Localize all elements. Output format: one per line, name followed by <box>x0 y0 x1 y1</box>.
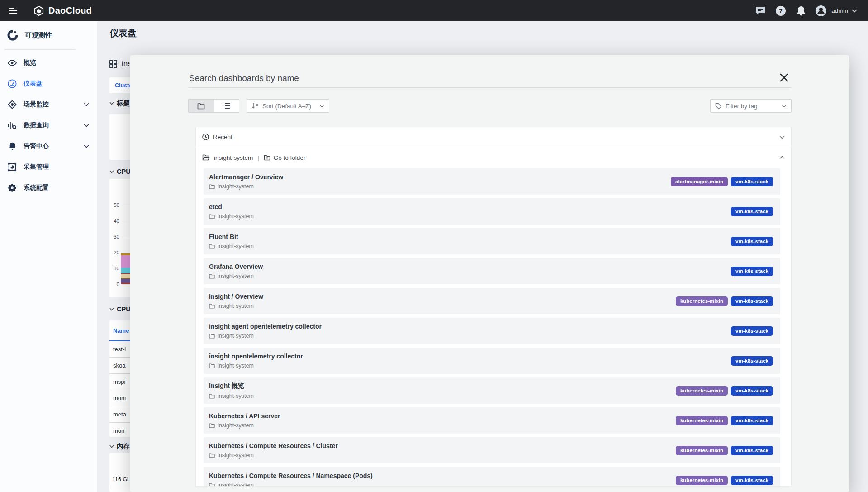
tag-kubernetes-mixin[interactable]: kubernetes-mixin <box>676 296 728 306</box>
help-glyph: ? <box>779 7 783 14</box>
y-axis-tick: 10 <box>109 266 119 271</box>
list-view-button[interactable] <box>214 100 239 112</box>
y-axis-tick: 20 <box>109 250 119 255</box>
chevron-down-icon <box>109 102 114 105</box>
chevron-down-icon <box>109 170 114 173</box>
sidebar-item-概览[interactable]: 概览 <box>0 53 97 73</box>
dashboard-row[interactable]: Alertmanager / Overviewinsight-systemale… <box>204 168 780 195</box>
folder-icon <box>209 363 215 368</box>
y-axis-tick: 40 <box>109 218 119 224</box>
tag-vm-k8s-stack[interactable]: vm-k8s-stack <box>731 207 773 216</box>
tag-vm-k8s-stack[interactable]: vm-k8s-stack <box>731 237 773 246</box>
tag-vm-k8s-stack[interactable]: vm-k8s-stack <box>731 356 773 366</box>
tag-kubernetes-mixin[interactable]: kubernetes-mixin <box>676 386 728 396</box>
section-header-cpu2[interactable]: CPU <box>109 306 131 313</box>
dashboard-title: Kubernetes / Compute Resources / Cluster <box>209 442 338 449</box>
brand-logo[interactable]: DaoCloud <box>33 5 92 16</box>
tag-list: vm-k8s-stack <box>731 267 773 276</box>
go-to-folder-label: Go to folder <box>274 154 306 161</box>
sidebar-product[interactable]: 可观测性 <box>0 21 97 49</box>
help-icon[interactable]: ? <box>775 5 787 17</box>
dashboard-row[interactable]: etcdinsight-systemvm-k8s-stack <box>204 198 780 225</box>
sidebar-divider <box>5 49 76 50</box>
eye-icon <box>8 59 17 67</box>
tag-vm-k8s-stack[interactable]: vm-k8s-stack <box>731 177 773 186</box>
chevron-down-icon <box>109 445 114 448</box>
dashboard-row[interactable]: Kubernetes / Compute Resources / Cluster… <box>204 437 780 463</box>
page-title: 仪表盘 <box>109 27 137 39</box>
query-chart-icon <box>8 121 17 129</box>
tag-list: kubernetes-mixinvm-k8s-stack <box>676 296 773 306</box>
sort-select[interactable]: Sort (Default A–Z) <box>247 99 329 113</box>
clock-icon <box>202 134 209 140</box>
sidebar-item-告警中心[interactable]: 告警中心 <box>0 136 97 157</box>
section-header-cpu[interactable]: CPU <box>109 168 131 175</box>
gauge-icon <box>8 79 17 88</box>
sidebar-item-label: 场景监控 <box>24 100 49 109</box>
dashboard-folder: insight-system <box>218 452 254 459</box>
sidebar-item-仪表盘[interactable]: 仪表盘 <box>0 73 97 94</box>
folder-view-button[interactable] <box>189 100 214 112</box>
tag-vm-k8s-stack[interactable]: vm-k8s-stack <box>731 267 773 276</box>
tag-alertmanager-mixin[interactable]: alertmanager-mixin <box>671 177 728 186</box>
collect-icon <box>8 162 17 172</box>
separator: | <box>257 154 259 161</box>
dashboard-row[interactable]: Kubernetes / Compute Resources / Namespa… <box>204 467 780 487</box>
search-input[interactable] <box>188 71 769 86</box>
tag-vm-k8s-stack[interactable]: vm-k8s-stack <box>731 416 773 425</box>
list-icon <box>222 103 230 109</box>
dashboard-row[interactable]: insight agent opentelemetry collectorins… <box>204 318 780 344</box>
folder-icon <box>209 483 215 487</box>
section-header-memory[interactable]: 内存 <box>109 442 130 451</box>
chevron-down-icon <box>109 308 114 311</box>
tag-kubernetes-mixin[interactable]: kubernetes-mixin <box>676 476 728 485</box>
dashboard-row[interactable]: insight opentelemetry collectorinsight-s… <box>204 348 780 374</box>
message-icon[interactable] <box>754 5 766 17</box>
dashboard-row[interactable]: Kubernetes / API serverinsight-systemkub… <box>204 407 780 434</box>
sort-label: Sort (Default A–Z) <box>262 103 311 110</box>
close-icon[interactable] <box>778 72 790 83</box>
user-menu[interactable]: admin <box>815 5 857 17</box>
tag-vm-k8s-stack[interactable]: vm-k8s-stack <box>731 446 773 455</box>
observability-donut-icon <box>7 30 18 41</box>
sidebar-item-采集管理[interactable]: 采集管理 <box>0 157 97 177</box>
folder-icon <box>209 244 215 249</box>
y-axis-tick: 50 <box>109 202 119 208</box>
tag-kubernetes-mixin[interactable]: kubernetes-mixin <box>676 416 728 425</box>
sidebar-item-系统配置[interactable]: 系统配置 <box>0 177 97 198</box>
chevron-up-icon <box>779 156 785 159</box>
search-divider <box>189 87 792 88</box>
dashboard-row[interactable]: Insight / Overviewinsight-systemkubernet… <box>204 288 780 314</box>
folder-section-header[interactable]: insight-system | Go to folder <box>196 147 791 168</box>
chevron-down-icon <box>82 124 91 127</box>
filter-by-tag-select[interactable]: Filter by tag <box>710 99 792 113</box>
tag-vm-k8s-stack[interactable]: vm-k8s-stack <box>731 296 773 306</box>
sidebar-item-label: 概览 <box>24 59 36 67</box>
tag-vm-k8s-stack[interactable]: vm-k8s-stack <box>731 476 773 485</box>
folder-icon <box>209 394 215 399</box>
tag-list: vm-k8s-stack <box>731 356 773 366</box>
dashboard-title: Grafana Overview <box>209 263 263 270</box>
dashboard-row[interactable]: Fluent Bitinsight-systemvm-k8s-stack <box>204 228 780 254</box>
dashboard-row[interactable]: Grafana Overviewinsight-systemvm-k8s-sta… <box>204 258 780 284</box>
menu-toggle-icon[interactable] <box>9 6 17 16</box>
recent-section-header[interactable]: Recent <box>196 127 791 147</box>
go-to-folder-button[interactable]: Go to folder <box>264 154 306 161</box>
dashboard-row[interactable]: Insight 概览insight-systemkubernetes-mixin… <box>204 377 780 404</box>
dashboard-folder: insight-system <box>218 243 254 249</box>
folder-icon <box>209 453 215 458</box>
tag-kubernetes-mixin[interactable]: kubernetes-mixin <box>676 446 728 455</box>
topbar-actions: ? admin <box>746 5 857 17</box>
sidebar-item-场景监控[interactable]: 场景监控 <box>0 94 97 115</box>
section-header-title[interactable]: 标题 <box>109 99 130 108</box>
tag-vm-k8s-stack[interactable]: vm-k8s-stack <box>731 326 773 336</box>
memory-value: 116 Gi <box>112 476 128 482</box>
chevron-down-icon <box>82 144 91 148</box>
folder-icon <box>209 334 215 339</box>
sidebar-item-数据查询[interactable]: 数据查询 <box>0 115 97 136</box>
sidebar: 可观测性 概览仪表盘场景监控数据查询告警中心采集管理系统配置 <box>0 21 97 492</box>
dashboard-folder: insight-system <box>218 273 254 279</box>
notification-bell-icon[interactable] <box>795 5 807 17</box>
tag-vm-k8s-stack[interactable]: vm-k8s-stack <box>731 386 773 396</box>
dashboard-title: Insight / Overview <box>209 293 263 300</box>
